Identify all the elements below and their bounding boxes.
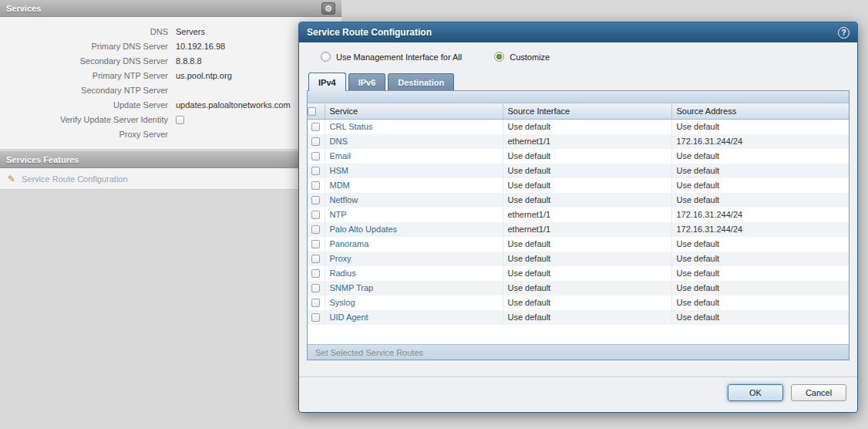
row-checkbox[interactable]: [311, 313, 320, 322]
source-interface-cell: Use default: [503, 193, 671, 208]
service-link[interactable]: HSM: [330, 166, 348, 175]
source-interface-cell: Use default: [503, 120, 671, 134]
column-header-service[interactable]: Service: [325, 103, 503, 119]
verify-update-server-checkbox[interactable]: [176, 116, 184, 124]
radio-use-management-interface[interactable]: Use Management Interface for All: [321, 52, 462, 62]
field-row: Proxy Server: [0, 127, 341, 141]
source-address-cell: Use default: [671, 310, 849, 325]
radio-button[interactable]: [321, 52, 331, 62]
table-row[interactable]: NetflowUse defaultUse default: [308, 193, 849, 208]
table-row[interactable]: SNMP TrapUse defaultUse default: [308, 281, 849, 296]
ok-button[interactable]: OK: [728, 384, 783, 401]
row-checkbox[interactable]: [311, 225, 320, 234]
service-cell: Panorama: [325, 237, 503, 252]
table-row[interactable]: ProxyUse defaultUse default: [308, 252, 849, 266]
row-checkbox[interactable]: [311, 211, 320, 219]
dialog-header: Service Route Configuration ?: [299, 22, 857, 42]
table-row[interactable]: DNSethernet1/1172.16.31.244/24: [308, 134, 849, 149]
table-row[interactable]: PanoramaUse defaultUse default: [308, 237, 849, 252]
field-row: Secondary NTP Server: [0, 83, 341, 97]
radio-button[interactable]: [494, 52, 504, 62]
row-checkbox[interactable]: [311, 299, 320, 307]
row-checkbox[interactable]: [311, 167, 320, 175]
source-address-cell: Use default: [671, 120, 849, 134]
table-row[interactable]: MDMUse defaultUse default: [308, 178, 849, 193]
source-interface-cell: Use default: [503, 296, 671, 310]
field-value: [174, 114, 184, 124]
row-checkbox[interactable]: [311, 269, 320, 278]
row-checkbox[interactable]: [311, 152, 320, 160]
row-checkbox-cell: [308, 266, 325, 281]
row-checkbox[interactable]: [311, 181, 320, 190]
help-icon[interactable]: ?: [838, 27, 849, 39]
grid-rows-area: CRL StatusUse defaultUse defaultDNSether…: [308, 120, 849, 345]
field-value: Servers: [174, 27, 205, 36]
service-link[interactable]: Syslog: [330, 298, 355, 307]
field-row: Primary NTP Serverus.pool.ntp.org: [0, 68, 341, 83]
service-link[interactable]: Email: [330, 151, 352, 160]
column-header-source-address[interactable]: Source Address: [671, 103, 849, 119]
row-checkbox-cell: [308, 222, 325, 237]
row-checkbox-cell: [308, 149, 325, 164]
service-link[interactable]: NTP: [330, 210, 347, 219]
tab-ipv6[interactable]: IPv6: [348, 73, 386, 90]
source-interface-cell: Use default: [503, 237, 671, 252]
service-link[interactable]: Panorama: [330, 239, 369, 248]
service-link[interactable]: Netflow: [330, 195, 358, 204]
row-checkbox-cell: [308, 237, 325, 252]
settings-gear-icon[interactable]: ⚙: [321, 2, 335, 15]
source-address-cell: 172.16.31.244/24: [671, 208, 849, 222]
row-checkbox[interactable]: [311, 123, 320, 131]
services-features-header: Services Features: [0, 151, 341, 168]
table-row[interactable]: Palo Alto Updatesethernet1/1172.16.31.24…: [308, 222, 849, 237]
source-address-cell: Use default: [671, 164, 849, 178]
service-link[interactable]: SNMP Trap: [330, 283, 374, 292]
tab-bar: IPv4 IPv6 Destination: [299, 69, 857, 90]
service-cell: Email: [325, 149, 503, 164]
service-cell: UID Agent: [325, 310, 503, 325]
service-link[interactable]: MDM: [330, 181, 350, 190]
row-checkbox[interactable]: [311, 255, 320, 263]
row-checkbox-cell: [308, 208, 325, 222]
service-route-configuration-link[interactable]: Service Route Configuration: [22, 174, 128, 184]
field-label: Primary DNS Server: [0, 42, 174, 51]
table-row[interactable]: UID AgentUse defaultUse default: [308, 310, 849, 325]
service-cell: Proxy: [325, 252, 503, 266]
tab-destination[interactable]: Destination: [388, 73, 454, 90]
service-route-table: Service Source Interface Source Address …: [307, 90, 849, 360]
source-address-cell: Use default: [671, 193, 849, 208]
table-row[interactable]: CRL StatusUse defaultUse default: [308, 120, 849, 134]
select-all-checkbox[interactable]: [308, 107, 316, 116]
row-checkbox[interactable]: [311, 196, 320, 204]
row-checkbox[interactable]: [311, 240, 320, 248]
select-all-header-cell: [308, 103, 325, 119]
row-checkbox[interactable]: [311, 284, 320, 292]
service-link[interactable]: DNS: [330, 137, 348, 146]
row-checkbox-cell: [308, 252, 325, 266]
edit-icon: ✎: [6, 174, 17, 184]
table-row[interactable]: RadiusUse defaultUse default: [308, 266, 849, 281]
source-address-cell: Use default: [671, 252, 849, 266]
set-selected-service-routes-button[interactable]: Set Selected Service Routes: [315, 348, 423, 357]
cancel-button[interactable]: Cancel: [791, 384, 846, 401]
table-row[interactable]: NTPethernet1/1172.16.31.244/24: [308, 208, 849, 222]
service-link[interactable]: UID Agent: [330, 312, 368, 322]
table-row[interactable]: HSMUse defaultUse default: [308, 164, 849, 178]
source-interface-cell: ethernet1/1: [503, 208, 671, 222]
service-cell: DNS: [325, 134, 503, 149]
tab-ipv4[interactable]: IPv4: [308, 73, 346, 91]
column-header-source-interface[interactable]: Source Interface: [503, 103, 671, 119]
service-link[interactable]: Radius: [330, 269, 356, 278]
service-link[interactable]: Palo Alto Updates: [330, 225, 397, 234]
source-interface-cell: Use default: [503, 178, 671, 193]
table-row[interactable]: SyslogUse defaultUse default: [308, 296, 849, 310]
table-row[interactable]: EmailUse defaultUse default: [308, 149, 849, 164]
source-address-cell: 172.16.31.244/24: [671, 222, 849, 237]
row-checkbox[interactable]: [311, 137, 320, 146]
service-link[interactable]: CRL Status: [330, 122, 373, 131]
radio-customize[interactable]: Customize: [494, 52, 550, 62]
source-interface-cell: ethernet1/1: [503, 134, 671, 149]
service-link[interactable]: Proxy: [330, 254, 352, 263]
services-panel-header: Services ⚙: [0, 0, 341, 17]
table-header-row: Service Source Interface Source Address: [308, 103, 849, 119]
